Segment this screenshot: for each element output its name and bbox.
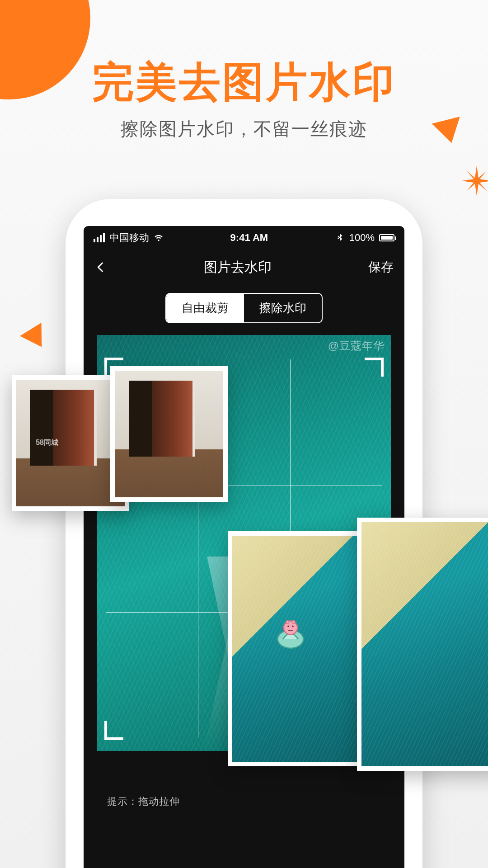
nav-bar: 图片去水印 保存 [84,250,404,285]
back-button[interactable] [94,261,107,274]
battery-percent: 100% [349,232,375,244]
nav-title: 图片去水印 [204,258,272,277]
source-watermark-text: @豆蔻年华 [328,339,385,353]
svg-point-10 [287,626,289,627]
promo-headline: 完美去图片水印 [0,54,488,110]
deco-starburst-icon [461,165,488,197]
svg-point-13 [292,621,295,624]
carrier-label: 中国移动 [109,231,149,245]
svg-marker-7 [467,171,477,181]
tab-erase-watermark[interactable]: 擦除水印 [244,294,322,322]
crop-handle-top-right[interactable] [365,358,384,377]
status-time: 9:41 AM [230,232,268,244]
save-button[interactable]: 保存 [368,259,394,276]
hint-prefix: 提示： [107,796,138,807]
hint-text: 提示：拖动拉伸 [107,795,180,808]
thumbnail-watermark-text: 58同城 [36,438,58,448]
status-bar: 中国移动 9:41 AM 100% [84,226,404,250]
signal-icon [94,233,105,242]
hint-body: 拖动拉伸 [138,796,180,807]
svg-point-11 [292,626,293,627]
tab-free-crop[interactable]: 自由裁剪 [166,294,244,322]
battery-icon [379,234,394,241]
crop-handle-bottom-left[interactable] [104,721,123,740]
promo-subhead: 擦除图片水印，不留一丝痕迹 [0,117,488,142]
deco-triangle-2 [20,323,52,354]
thumbnail-beach-after [357,518,488,771]
wifi-icon [154,233,164,243]
svg-marker-5 [477,181,487,191]
svg-point-9 [284,621,297,634]
bluetooth-icon [335,233,345,243]
thumbnail-beach-before [228,531,377,766]
thumbnail-room-after [110,366,228,502]
svg-point-12 [286,621,289,624]
sticker-icon [272,613,310,651]
svg-marker-6 [467,181,477,191]
svg-marker-4 [477,171,487,181]
mode-segmented-control: 自由裁剪 擦除水印 [84,285,404,335]
